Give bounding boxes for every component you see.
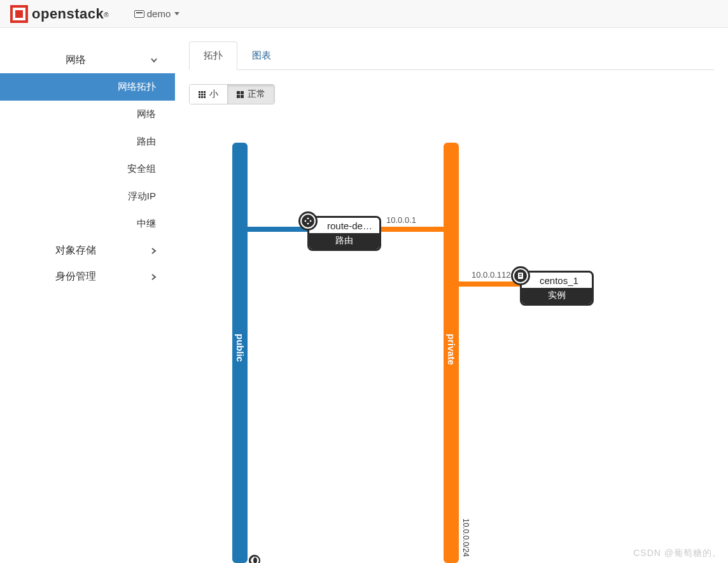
caret-down-icon xyxy=(174,12,179,15)
sidebar-item-floating-ips[interactable]: 浮动IP xyxy=(0,183,175,210)
size-normal-button[interactable]: 正常 xyxy=(227,85,274,104)
tabs: 拓扑 图表 xyxy=(189,41,714,70)
brand-logo[interactable]: openstack® xyxy=(10,5,109,23)
sidebar: 网络 网络拓扑 网络 路由 安全组 浮动IP 中继 对象存储 身份管理 xyxy=(0,28,175,563)
openstack-logo-icon xyxy=(10,5,28,23)
network-label-private: private xyxy=(446,334,457,365)
router-glyph-icon xyxy=(302,215,314,227)
router-icon xyxy=(298,211,318,231)
network-bar-public[interactable]: public xyxy=(232,143,248,563)
sidebar-group-object-storage[interactable]: 对象存储 xyxy=(0,238,175,264)
network-bar-private[interactable]: private xyxy=(444,143,459,563)
size-small-label: 小 xyxy=(209,89,218,100)
size-normal-label: 正常 xyxy=(248,89,265,100)
top-navbar: openstack® demo xyxy=(0,0,728,28)
router-type-label: 路由 xyxy=(309,233,379,249)
sidebar-item-routers[interactable]: 路由 xyxy=(0,128,175,155)
instance-icon xyxy=(511,266,530,285)
sidebar-group-network[interactable]: 网络 xyxy=(0,47,175,73)
instance-name: centos_1 xyxy=(522,273,592,288)
chevron-right-icon xyxy=(151,274,157,280)
main-content: 拓扑 图表 小 正常 public private 10.0.0.0/24 xyxy=(175,28,728,563)
link-instance-private xyxy=(459,282,520,287)
watermark: CSDN @葡萄糖的。 xyxy=(633,548,722,559)
sidebar-group-identity[interactable]: 身份管理 xyxy=(0,264,175,290)
link-router-private xyxy=(374,227,444,232)
grid-large-icon xyxy=(237,91,244,98)
project-switcher[interactable]: demo xyxy=(134,8,180,19)
registered-mark: ® xyxy=(104,11,108,18)
network-label-public: public xyxy=(235,334,246,362)
size-switch: 小 正常 xyxy=(189,84,275,104)
sidebar-group-label: 网络 xyxy=(0,53,151,67)
chevron-down-icon xyxy=(151,57,157,64)
sidebar-group-label: 身份管理 xyxy=(0,270,151,283)
sidebar-item-security-groups[interactable]: 安全组 xyxy=(0,155,175,183)
sidebar-subnav-network: 网络拓扑 网络 路由 安全组 浮动IP 中继 xyxy=(0,73,175,238)
server-glyph-icon xyxy=(514,269,527,282)
size-small-button[interactable]: 小 xyxy=(190,85,227,104)
svg-rect-1 xyxy=(519,274,522,275)
sidebar-group-label: 对象存储 xyxy=(0,244,151,257)
project-name: demo xyxy=(147,8,171,19)
sidebar-item-networks[interactable]: 网络 xyxy=(0,101,175,128)
grid-small-icon xyxy=(199,91,206,98)
router-ip-private: 10.0.0.1 xyxy=(386,215,416,225)
tab-graph[interactable]: 图表 xyxy=(237,41,286,70)
network-cidr-private: 10.0.0.0/24 xyxy=(461,518,470,557)
chevron-right-icon xyxy=(151,248,157,254)
external-globe-icon xyxy=(249,555,260,563)
router-node[interactable]: route-dem.. 路由 xyxy=(307,216,381,251)
brand-text: openstack xyxy=(32,6,104,22)
project-icon xyxy=(134,10,144,18)
sidebar-item-trunks[interactable]: 中继 xyxy=(0,210,175,238)
instance-type-label: 实例 xyxy=(522,288,592,304)
instance-ip-private: 10.0.0.112 xyxy=(472,270,510,280)
instance-node[interactable]: centos_1 实例 xyxy=(520,271,594,306)
tab-topology[interactable]: 拓扑 xyxy=(189,41,237,70)
router-name: route-dem.. xyxy=(309,218,379,233)
svg-rect-2 xyxy=(519,276,522,277)
sidebar-item-network-topology[interactable]: 网络拓扑 xyxy=(0,73,175,101)
topology-canvas[interactable]: public private 10.0.0.0/24 10.0.0.1 rout… xyxy=(189,117,728,563)
